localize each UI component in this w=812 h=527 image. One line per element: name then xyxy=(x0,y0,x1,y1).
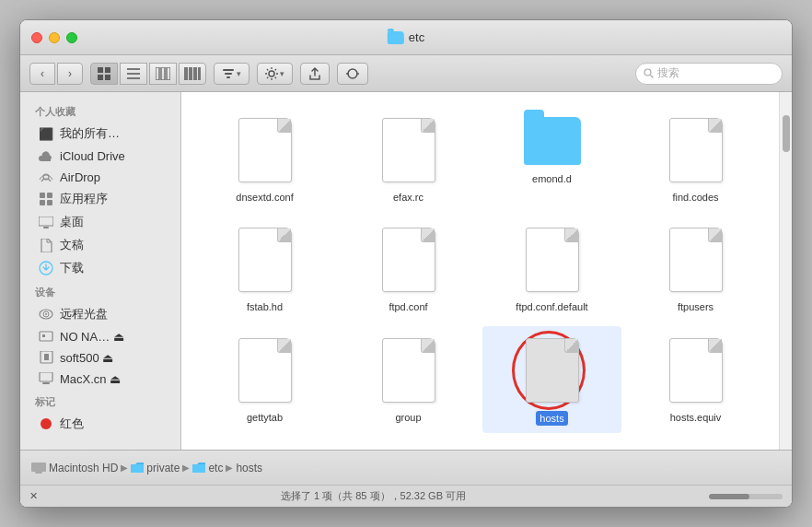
sidebar-item-red-tag[interactable]: 红色 xyxy=(24,413,177,435)
search-placeholder: 搜索 xyxy=(657,65,679,81)
svg-rect-2 xyxy=(98,75,103,80)
airdrop-icon xyxy=(39,170,53,184)
svg-point-33 xyxy=(45,313,47,315)
close-button[interactable] xyxy=(31,32,42,43)
sidebar-item-nona[interactable]: NO NA… ⏏ xyxy=(24,326,177,346)
bc-arrow-2: ▶ xyxy=(182,463,190,473)
sidebar-item-all[interactable]: ⬛ 我的所有… xyxy=(24,123,177,145)
arrange-arrow: ▾ xyxy=(237,69,241,78)
ftpd-default-icon xyxy=(526,228,579,292)
sidebar-item-icloud[interactable]: iCloud Drive xyxy=(24,146,177,166)
window-title: etc xyxy=(388,30,424,44)
file-area: dnsextd.conf efax.rc emond.d xyxy=(181,92,779,450)
tag-button[interactable] xyxy=(337,63,368,85)
action-arrow: ▾ xyxy=(280,69,284,78)
bc-arrow-1: ▶ xyxy=(121,463,128,473)
cover-flow-button[interactable] xyxy=(179,63,206,85)
svg-point-21 xyxy=(644,69,651,76)
file-item-hosts[interactable]: hosts xyxy=(482,326,621,433)
file-item-fstab[interactable]: fstab.hd xyxy=(195,216,334,321)
svg-rect-7 xyxy=(156,67,159,80)
file-item-dnsextd[interactable]: dnsextd.conf xyxy=(195,106,334,211)
gettytab-label: gettytab xyxy=(247,411,283,424)
findcodes-label: find.codes xyxy=(672,191,718,204)
forward-button[interactable]: › xyxy=(57,63,83,85)
file-item-findcodes[interactable]: find.codes xyxy=(626,106,765,211)
macxcn-icon xyxy=(39,371,53,386)
finder-window: etc ‹ › xyxy=(19,19,793,508)
svg-rect-6 xyxy=(127,77,140,79)
file-item-efax[interactable]: efax.rc xyxy=(339,106,478,211)
sidebar-item-soft500[interactable]: soft500 ⏏ xyxy=(24,347,177,368)
icloud-icon xyxy=(39,148,53,163)
eject-button[interactable]: ✕ xyxy=(29,490,38,502)
downloads-icon xyxy=(39,261,53,275)
sidebar-item-macxcn[interactable]: MacX.cn ⏏ xyxy=(24,369,177,389)
list-view-button[interactable] xyxy=(120,63,147,85)
share-button[interactable] xyxy=(300,63,330,85)
apps-icon xyxy=(39,192,53,206)
svg-rect-39 xyxy=(42,382,50,384)
desktop-icon xyxy=(39,215,53,229)
column-view-button[interactable] xyxy=(149,63,177,85)
sidebar-item-remote-disk[interactable]: 远程光盘 xyxy=(24,303,177,325)
traffic-lights xyxy=(31,32,77,43)
ftpusers-label: ftpusers xyxy=(678,300,713,313)
file-item-emond[interactable]: emond.d xyxy=(482,106,621,211)
group-icon xyxy=(382,338,435,403)
scrollbar-thumb[interactable] xyxy=(783,115,790,152)
emond-label: emond.d xyxy=(532,172,572,185)
private-folder-icon xyxy=(131,463,144,473)
action-button[interactable]: ▾ xyxy=(257,63,293,85)
bc-macintosh-hd[interactable]: Macintosh HD xyxy=(31,462,118,474)
hosts-label: hosts xyxy=(536,411,567,426)
hosts-equiv-icon xyxy=(669,338,723,403)
svg-rect-26 xyxy=(40,200,45,205)
file-item-gettytab[interactable]: gettytab xyxy=(195,326,334,433)
content-area: 个人收藏 ⬛ 我的所有… iCloud Drive xyxy=(20,92,792,450)
bottom-bar: ✕ 选择了 1 项（共 85 项），52.32 GB 可用 xyxy=(20,485,792,507)
arrange-button[interactable]: ▾ xyxy=(214,63,249,85)
svg-rect-27 xyxy=(47,200,52,205)
minimize-button[interactable] xyxy=(49,32,60,43)
status-text: 选择了 1 项（共 85 项），52.32 GB 可用 xyxy=(43,489,703,503)
bc-etc[interactable]: etc xyxy=(192,462,223,474)
icon-view-button[interactable] xyxy=(90,63,118,85)
fstab-label: fstab.hd xyxy=(247,300,283,313)
file-item-hosts-equiv[interactable]: hosts.equiv xyxy=(626,326,765,433)
bc-private[interactable]: private xyxy=(131,462,180,474)
file-item-ftpd[interactable]: ftpd.conf xyxy=(339,216,478,321)
svg-rect-41 xyxy=(31,463,46,472)
action-gear-icon xyxy=(265,67,278,80)
svg-point-17 xyxy=(269,71,274,76)
file-item-ftpusers[interactable]: ftpusers xyxy=(626,216,765,321)
search-box[interactable]: 搜索 xyxy=(635,63,783,85)
sidebar-item-airdrop[interactable]: AirDrop xyxy=(24,167,177,187)
back-button[interactable]: ‹ xyxy=(29,63,55,85)
sidebar-item-nona-label: NO NA… ⏏ xyxy=(60,330,124,344)
bc-hosts[interactable]: hosts xyxy=(236,462,262,474)
progress-fill xyxy=(709,494,749,499)
svg-rect-10 xyxy=(184,67,188,80)
nona-icon xyxy=(39,329,53,344)
file-item-ftpd-default[interactable]: ftpd.conf.default xyxy=(482,216,621,321)
svg-rect-14 xyxy=(223,69,234,71)
sidebar-item-docs[interactable]: 文稿 xyxy=(24,234,177,256)
sidebar-item-downloads[interactable]: 下载 xyxy=(24,257,177,279)
efax-label: efax.rc xyxy=(393,191,423,204)
ftpd-default-label: ftpd.conf.default xyxy=(516,300,587,313)
maximize-button[interactable] xyxy=(66,32,77,43)
dnsextd-icon xyxy=(238,118,292,182)
file-item-group[interactable]: group xyxy=(339,326,478,433)
sidebar-item-desktop[interactable]: 桌面 xyxy=(24,211,177,233)
hosts-icon xyxy=(526,338,579,403)
svg-rect-3 xyxy=(105,75,110,80)
title-folder-icon xyxy=(388,31,404,44)
sidebar-item-apps[interactable]: 应用程序 xyxy=(24,188,177,210)
hosts-equiv-label: hosts.equiv xyxy=(670,411,722,424)
list-view-icon xyxy=(127,67,140,80)
svg-rect-24 xyxy=(40,193,45,198)
svg-line-22 xyxy=(651,76,654,78)
all-files-icon: ⬛ xyxy=(39,126,53,141)
scrollbar[interactable] xyxy=(779,92,792,450)
